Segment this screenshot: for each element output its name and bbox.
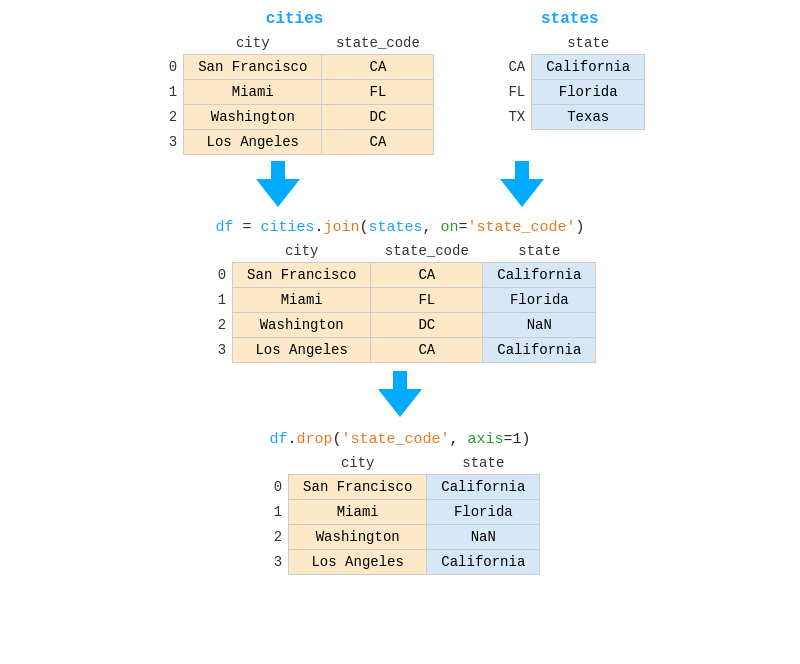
state-code-cell: FL [322, 80, 434, 105]
table-row: 3 Los Angeles CA California [204, 338, 596, 363]
state-cell: NaN [427, 525, 540, 550]
comma-axis: , [450, 431, 468, 448]
city-cell: Miami [289, 500, 427, 525]
row-index: 0 [260, 475, 289, 500]
drop-code-line: df.drop('state_code', axis=1) [269, 431, 530, 448]
state-code-str2: 'state_code' [341, 431, 449, 448]
table-row: 3 Los Angeles California [260, 550, 540, 575]
states-col-state: state [532, 32, 645, 55]
state-cell: NaN [483, 313, 596, 338]
state-code-cell: CA [371, 338, 483, 363]
state-cell: California [427, 475, 540, 500]
table-row: 3 Los Angeles CA [155, 130, 434, 155]
row-index: TX [494, 105, 531, 130]
table-row: TX Texas [494, 105, 644, 130]
state-cell: California [532, 55, 645, 80]
state-cell: California [427, 550, 540, 575]
table-row: 2 Washington DC [155, 105, 434, 130]
paren4: ) [522, 431, 531, 448]
top-tables-row: cities city state_code 0 San Francisco C… [20, 10, 780, 155]
arrow-right [500, 161, 544, 207]
row-index: 2 [155, 105, 184, 130]
table-row: 1 Miami FL [155, 80, 434, 105]
join-col-state-code: state_code [371, 240, 483, 263]
row-index: 0 [155, 55, 184, 80]
cities-col-city: city [184, 32, 322, 55]
state-code-cell: CA [322, 55, 434, 80]
comma-on: , [423, 219, 441, 236]
city-cell: San Francisco [289, 475, 427, 500]
join-result-section: city state_code state 0 San Francisco CA… [204, 240, 597, 363]
state-cell: Florida [483, 288, 596, 313]
state-cell: Florida [532, 80, 645, 105]
state-code-cell: CA [322, 130, 434, 155]
row-index: FL [494, 80, 531, 105]
eq3: = [504, 431, 513, 448]
axis-param: axis [468, 431, 504, 448]
states-table: state CA California FL Florida TX Texas [494, 32, 645, 130]
city-cell: Washington [233, 313, 371, 338]
city-cell: Miami [184, 80, 322, 105]
drop-result-section: city state 0 San Francisco California 1 … [260, 452, 541, 575]
state-code-cell: FL [371, 288, 483, 313]
cities-table: city state_code 0 San Francisco CA 1 Mia… [155, 32, 435, 155]
table-row: 0 San Francisco CA California [204, 263, 596, 288]
state-code-cell: DC [322, 105, 434, 130]
city-cell: Washington [289, 525, 427, 550]
row-index: CA [494, 55, 531, 80]
city-cell: San Francisco [184, 55, 322, 80]
table-row: 0 San Francisco CA [155, 55, 434, 80]
city-cell: Los Angeles [289, 550, 427, 575]
cities-section: cities city state_code 0 San Francisco C… [155, 10, 435, 155]
state-cell: Texas [532, 105, 645, 130]
join-col-state: state [483, 240, 596, 263]
join-table: city state_code state 0 San Francisco CA… [204, 240, 597, 363]
row-index: 2 [260, 525, 289, 550]
table-row: 1 Miami Florida [260, 500, 540, 525]
table-row: 1 Miami FL Florida [204, 288, 596, 313]
states-section: states state CA California FL Florida [494, 10, 645, 130]
row-index: 3 [204, 338, 233, 363]
table-row: 2 Washington NaN [260, 525, 540, 550]
city-cell: Miami [233, 288, 371, 313]
middle-arrow [378, 371, 422, 417]
states-ref: states [369, 219, 423, 236]
drop-col-state: state [427, 452, 540, 475]
state-code-cell: CA [371, 263, 483, 288]
drop-method: drop [296, 431, 332, 448]
row-index: 1 [155, 80, 184, 105]
row-index: 1 [204, 288, 233, 313]
paren1: ( [359, 219, 368, 236]
axis-val: 1 [513, 431, 522, 448]
city-cell: Washington [184, 105, 322, 130]
paren2: ) [576, 219, 585, 236]
eq-sign: = [242, 219, 260, 236]
row-index: 2 [204, 313, 233, 338]
df-label2: df [269, 431, 287, 448]
cities-ref: cities [260, 219, 314, 236]
state-cell: California [483, 263, 596, 288]
join-method: join [323, 219, 359, 236]
table-row: CA California [494, 55, 644, 80]
arrow-middle [378, 371, 422, 417]
state-code-cell: DC [371, 313, 483, 338]
city-cell: San Francisco [233, 263, 371, 288]
cities-title: cities [155, 10, 435, 28]
join-code-line: df = cities.join(states, on='state_code'… [215, 219, 584, 236]
top-arrows [20, 161, 780, 207]
city-cell: Los Angeles [233, 338, 371, 363]
main-container: cities city state_code 0 San Francisco C… [20, 10, 780, 575]
table-row: 2 Washington DC NaN [204, 313, 596, 338]
row-index: 3 [260, 550, 289, 575]
row-index: 0 [204, 263, 233, 288]
city-cell: Los Angeles [184, 130, 322, 155]
on-param: on [441, 219, 459, 236]
cities-col-state-code: state_code [322, 32, 434, 55]
table-row: FL Florida [494, 80, 644, 105]
row-index: 1 [260, 500, 289, 525]
state-cell: California [483, 338, 596, 363]
eq2: = [459, 219, 468, 236]
drop-table: city state 0 San Francisco California 1 … [260, 452, 541, 575]
arrow-left [256, 161, 300, 207]
state-cell: Florida [427, 500, 540, 525]
